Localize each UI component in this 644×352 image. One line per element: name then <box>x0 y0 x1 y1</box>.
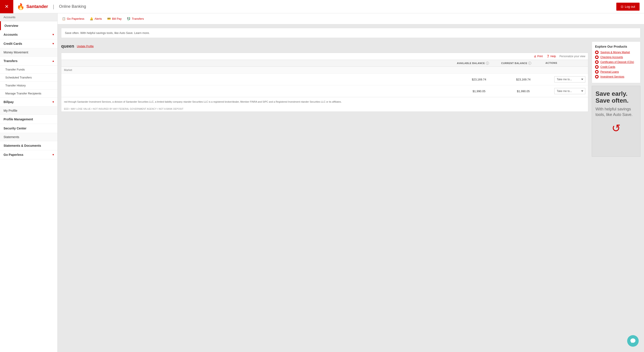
table-row: $23,169.74 $23,169.74 Take me to... <box>61 74 588 85</box>
logout-icon: ⊡ <box>621 5 624 9</box>
current-balance-2: $1,990.05 <box>501 90 546 93</box>
product-personal-loans-label: Personal Loans <box>600 70 619 73</box>
sidebar-subitem-scheduled-transfers[interactable]: Scheduled Transfers <box>0 74 57 82</box>
account-section-label: Market <box>61 67 588 74</box>
top-nav-bill-pay-label: Bill Pay <box>112 17 122 21</box>
chat-icon <box>630 338 636 344</box>
sidebar-item-accounts-label: Accounts <box>4 33 18 36</box>
col-current-balance-header: CURRENT BALANCE i <box>501 62 546 65</box>
top-nav-alerts-label: Alerts <box>94 17 102 21</box>
print-label: Print <box>537 55 543 58</box>
sidebar-item-profile-management-label: Profile Management <box>4 118 33 121</box>
top-nav-alerts[interactable]: 🔔 Alerts <box>90 17 102 21</box>
take-me-select-1[interactable]: Take me to... <box>554 76 585 83</box>
account-actions-1: Take me to... <box>546 76 585 83</box>
top-nav: 📋 Go Paperless 🔔 Alerts 💳 Bill Pay 💱 Tra… <box>58 13 644 24</box>
alerts-icon: 🔔 <box>90 17 93 21</box>
chevron-down-icon: ▾ <box>52 153 54 156</box>
available-balance-info-icon[interactable]: i <box>486 62 489 65</box>
logout-button[interactable]: ⊡ Log out <box>616 3 640 11</box>
ad-banner: Save early. Save often. With helpful sav… <box>592 86 640 157</box>
accounts-table: 🖨 Print ❓ Help Personalize your view <box>61 53 588 112</box>
current-balance-info-icon[interactable]: i <box>528 62 531 65</box>
bullet-icon <box>595 65 598 69</box>
explore-products: Explore Our Products Savings & Money Mar… <box>592 42 640 83</box>
product-credit-cards-label: Credit Cards <box>600 65 615 69</box>
paperless-icon: 📋 <box>62 17 66 21</box>
top-nav-transfers[interactable]: 💱 Transfers <box>127 17 144 21</box>
product-savings-label: Savings & Money Market <box>600 51 630 54</box>
top-nav-bill-pay[interactable]: 💳 Bill Pay <box>107 17 122 21</box>
help-link[interactable]: ❓ Help <box>546 55 556 58</box>
col-available-balance-header: AVAILABLE BALANCE i <box>457 62 501 65</box>
sidebar-item-billpay[interactable]: Billpay ▾ <box>0 98 57 107</box>
sidebar-item-profile-management[interactable]: Profile Management <box>0 115 57 124</box>
update-profile-link[interactable]: Update Profile <box>77 45 94 48</box>
sidebar-item-statements-docs-label: Statements & Documents <box>4 144 41 147</box>
logo-area: 🔥 Santander | Online Banking <box>13 3 90 10</box>
top-nav-go-paperless-label: Go Paperless <box>67 17 84 21</box>
header: ✕ 🔥 Santander | Online Banking ⊡ Log out <box>0 0 644 13</box>
sidebar-item-money-movement[interactable]: Money Movement <box>0 48 57 57</box>
sidebar-item-go-paperless[interactable]: Go Paperless ▾ <box>0 150 57 159</box>
product-investment-services[interactable]: Investment Services <box>595 75 637 79</box>
ad-body: With helpful savings tools, like Auto Sa… <box>596 106 637 118</box>
current-balance-1: $23,169.74 <box>501 78 546 81</box>
top-nav-go-paperless[interactable]: 📋 Go Paperless <box>62 17 84 21</box>
chevron-down-icon: ▾ <box>52 42 54 45</box>
sidebar-item-statements[interactable]: Statements <box>0 133 57 141</box>
help-label: Help <box>550 55 556 58</box>
sidebar-subitem-manage-recipients[interactable]: Manage Transfer Recipients <box>0 90 57 98</box>
user-name: queen <box>61 44 74 49</box>
sidebar-item-go-paperless-label: Go Paperless <box>4 153 24 157</box>
print-icon: 🖨 <box>534 55 536 58</box>
take-me-select-2[interactable]: Take me to... <box>554 88 585 94</box>
transfers-icon: 💱 <box>127 17 130 21</box>
chat-bubble-button[interactable] <box>627 335 639 347</box>
logout-label: Log out <box>625 5 635 9</box>
sidebar-item-transfers[interactable]: Transfers ▴ <box>0 57 57 66</box>
product-cds[interactable]: Certificates of Deposit (CDs) <box>595 60 637 64</box>
bullet-icon <box>595 60 598 64</box>
bullet-icon <box>595 70 598 74</box>
sidebar-item-security-center-label: Security Center <box>4 127 26 130</box>
sidebar-item-overview[interactable]: Overview <box>0 21 57 30</box>
bullet-icon <box>595 56 598 59</box>
sidebar-item-statements-docs[interactable]: Statements & Documents <box>0 141 57 150</box>
chevron-down-icon: ▾ <box>52 33 54 36</box>
sidebar-item-accounts[interactable]: Accounts ▾ <box>0 30 57 39</box>
main-layout: Accounts Overview Accounts ▾ Credit Card… <box>0 13 644 352</box>
table-row: $1,990.05 $1,990.05 Take me to... <box>61 85 588 97</box>
available-balance-label: AVAILABLE BALANCE <box>457 62 485 65</box>
product-cds-label: Certificates of Deposit (CDs) <box>600 61 634 64</box>
col-name-header <box>64 62 457 65</box>
col-actions-header: ACTIONS <box>546 62 585 65</box>
sidebar: Accounts Overview Accounts ▾ Credit Card… <box>0 13 58 352</box>
header-subtitle: Online Banking <box>59 4 86 9</box>
bullet-icon <box>595 75 598 79</box>
sidebar-item-my-profile[interactable]: My Profile <box>0 107 57 115</box>
banner-text: Save often. With helpful savings tools, … <box>65 31 150 35</box>
product-credit-cards[interactable]: Credit Cards <box>595 65 637 69</box>
right-panel: Explore Our Products Savings & Money Mar… <box>592 42 640 157</box>
chevron-up-icon: ▴ <box>52 59 54 63</box>
sidebar-item-credit-cards[interactable]: Credit Cards ▾ <box>0 39 57 48</box>
product-personal-loans[interactable]: Personal Loans <box>595 70 637 74</box>
account-actions-2: Take me to... <box>546 88 585 94</box>
product-savings[interactable]: Savings & Money Market <box>595 51 637 54</box>
print-link[interactable]: 🖨 Print <box>534 55 543 58</box>
sidebar-subitem-transfer-history[interactable]: Transfer History <box>0 82 57 90</box>
sidebar-subitem-transfer-funds[interactable]: Transfer Funds <box>0 66 57 74</box>
not-insured-text: EED • MAY LOSE VALUE • NOT INSURED BY AN… <box>61 106 588 112</box>
close-button[interactable]: ✕ <box>0 0 13 13</box>
savings-banner: Save often. With helpful savings tools, … <box>61 28 640 38</box>
sidebar-section-accounts-header: Accounts <box>0 13 57 21</box>
sidebar-item-security-center[interactable]: Security Center <box>0 124 57 133</box>
bullet-icon <box>595 51 598 54</box>
chevron-down-icon: ▾ <box>52 100 54 104</box>
help-icon: ❓ <box>546 55 550 58</box>
content-area: queen Update Profile 🖨 Print ❓ Help <box>58 42 644 160</box>
available-balance-2: $1,990.05 <box>457 90 501 93</box>
explore-products-title: Explore Our Products <box>595 45 637 48</box>
product-checking[interactable]: Checking Accounts <box>595 56 637 59</box>
